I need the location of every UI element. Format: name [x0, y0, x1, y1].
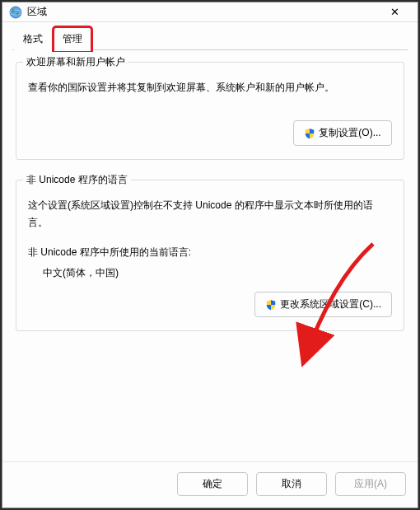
copy-settings-label: 复制设置(O)...	[319, 126, 380, 140]
tab-format[interactable]: 格式	[14, 27, 52, 50]
change-system-locale-label: 更改系统区域设置(C)...	[280, 297, 381, 311]
group-welcome-legend: 欢迎屏幕和新用户帐户	[23, 55, 128, 69]
ok-button[interactable]: 确定	[177, 472, 248, 496]
region-dialog: 区域 ✕ 格式 管理 欢迎屏幕和新用户帐户 查看你的国际设置并将其复制到欢迎屏幕…	[2, 2, 418, 508]
copy-settings-button[interactable]: 复制设置(O)...	[293, 120, 392, 146]
group-welcome-accounts: 欢迎屏幕和新用户帐户 查看你的国际设置并将其复制到欢迎屏幕、系统帐户和新的用户帐…	[16, 62, 404, 160]
apply-button[interactable]: 应用(A)	[335, 472, 406, 496]
content-area: 格式 管理 欢迎屏幕和新用户帐户 查看你的国际设置并将其复制到欢迎屏幕、系统帐户…	[2, 22, 418, 461]
shield-icon	[304, 128, 315, 139]
close-button[interactable]: ✕	[378, 6, 411, 18]
group-non-unicode: 非 Unicode 程序的语言 这个设置(系统区域设置)控制在不支持 Unico…	[16, 180, 404, 331]
group-non-unicode-legend: 非 Unicode 程序的语言	[23, 173, 131, 187]
cancel-button[interactable]: 取消	[256, 472, 327, 496]
change-system-locale-button[interactable]: 更改系统区域设置(C)...	[254, 292, 392, 317]
group-welcome-desc: 查看你的国际设置并将其复制到欢迎屏幕、系统帐户和新的用户帐户。	[28, 79, 392, 96]
globe-icon	[9, 6, 22, 19]
dialog-footer: 确定 取消 应用(A)	[2, 461, 418, 508]
svg-point-0	[10, 7, 21, 18]
titlebar: 区域 ✕	[2, 2, 418, 22]
shield-icon	[265, 299, 277, 311]
tab-admin[interactable]: 管理	[54, 27, 91, 50]
group-non-unicode-desc: 这个设置(系统区域设置)控制在不支持 Unicode 的程序中显示文本时所使用的…	[28, 197, 392, 231]
current-language-label: 非 Unicode 程序中所使用的当前语言:	[28, 246, 392, 260]
tab-page-admin: 欢迎屏幕和新用户帐户 查看你的国际设置并将其复制到欢迎屏幕、系统帐户和新的用户帐…	[12, 49, 408, 461]
tab-strip: 格式 管理	[14, 27, 408, 50]
window-title: 区域	[27, 5, 378, 19]
current-language-value: 中文(简体，中国)	[43, 266, 392, 280]
